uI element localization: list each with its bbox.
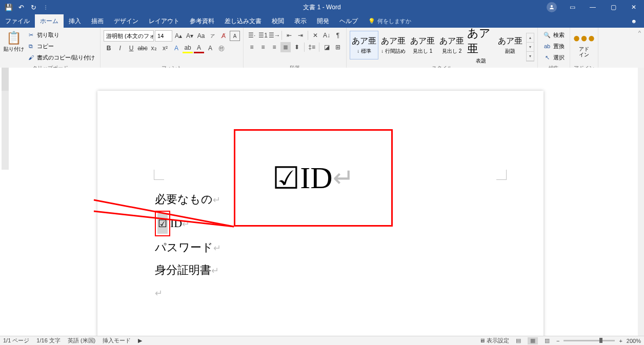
style-normal[interactable]: あア亜↓ 標準: [350, 31, 378, 59]
character-shading-icon[interactable]: A: [205, 43, 215, 53]
feedback-icon[interactable]: ☻: [623, 14, 644, 28]
qat-customize-icon[interactable]: ⁝: [40, 2, 51, 13]
text-effects-icon[interactable]: A: [171, 43, 182, 53]
document-canvas[interactable]: 必要なもの↵ ☑ID↵ パスワード↵ 身分証明書↵ ↵ ☑ID↵: [10, 68, 638, 82]
format-painter-button[interactable]: 🖌書式のコピー/貼り付け: [27, 52, 95, 63]
tab-insert[interactable]: 挿入: [64, 14, 86, 28]
svg-point-0: [551, 5, 553, 7]
vertical-scrollbar[interactable]: [638, 68, 644, 82]
tab-home[interactable]: ホーム: [35, 14, 64, 28]
clear-formatting-icon[interactable]: A̸: [218, 31, 229, 41]
style-heading1[interactable]: あア亜見出し 1: [408, 31, 437, 59]
tab-developer[interactable]: 開発: [312, 14, 334, 28]
font-name-input[interactable]: 游明朝 (本文のフォン: [104, 30, 154, 42]
select-button[interactable]: ↖選択: [543, 52, 565, 63]
clipboard-icon: 📋: [6, 31, 22, 45]
tab-design[interactable]: デザイン: [109, 14, 144, 28]
replace-button[interactable]: ab置換: [543, 41, 565, 51]
line-spacing-icon[interactable]: ‡≡: [307, 42, 317, 52]
bullets-icon[interactable]: ☰·: [247, 30, 257, 40]
show-marks-icon[interactable]: ¶: [333, 30, 343, 40]
font-color-icon[interactable]: A: [194, 43, 204, 53]
styles-gallery: あア亜↓ 標準 あア亜↓ 行間詰め あア亜見出し 1 あア亜見出し 2 あア亜表…: [350, 29, 534, 62]
increase-indent-icon[interactable]: ⇥: [295, 30, 306, 40]
cut-button[interactable]: ✂切り取り: [27, 30, 95, 40]
replace-icon: ab: [543, 43, 551, 49]
styles-more[interactable]: ▴▾▾: [526, 33, 534, 62]
tab-mailings[interactable]: 差し込み文書: [219, 14, 267, 28]
scissors-icon: ✂: [27, 32, 35, 38]
brush-icon: 🖌: [27, 54, 35, 60]
numbering-icon[interactable]: ☰1: [258, 30, 268, 40]
tell-me[interactable]: 💡 何をしますか: [363, 14, 416, 28]
distribute-icon[interactable]: ⬍: [292, 42, 302, 52]
style-subtitle[interactable]: あア亜副題: [496, 31, 525, 59]
group-addin: ●●● アド イン アドイン: [570, 28, 598, 72]
redo-icon[interactable]: ↻: [28, 2, 39, 13]
copy-button[interactable]: ⧉コピー: [27, 41, 95, 51]
font-size-input[interactable]: 14: [155, 30, 172, 42]
undo-icon[interactable]: ↶: [15, 2, 27, 13]
collapse-ribbon-icon[interactable]: ^: [635, 28, 644, 72]
ribbon-display-icon[interactable]: ▭: [562, 0, 582, 14]
phonetic-guide-icon[interactable]: ア: [207, 31, 217, 41]
paste-label: 貼り付け: [4, 46, 24, 52]
tab-review[interactable]: 校閲: [267, 14, 289, 28]
tab-help[interactable]: ヘルプ: [334, 14, 363, 28]
format-painter-label: 書式のコピー/貼り付け: [37, 54, 95, 62]
addin-icon: ●●●: [573, 31, 595, 45]
save-icon[interactable]: 💾: [3, 2, 14, 13]
window-controls: ▭ — ▢ ✕: [541, 0, 644, 14]
style-heading2[interactable]: あア亜見出し 2: [437, 31, 466, 59]
highlight-icon[interactable]: ab: [183, 43, 193, 53]
subscript-button[interactable]: x₂: [149, 43, 159, 53]
sort-icon[interactable]: A↓: [321, 30, 332, 40]
group-font: 游明朝 (本文のフォン 14 A▴ A▾ Aa ア A̸ A B I U abc…: [100, 28, 244, 72]
style-title[interactable]: あア亜表題: [467, 31, 495, 59]
tab-view[interactable]: 表示: [289, 14, 312, 28]
close-icon[interactable]: ✕: [623, 0, 644, 14]
superscript-button[interactable]: x²: [160, 43, 170, 53]
enclose-text-icon[interactable]: ㊕: [216, 43, 227, 53]
decrease-indent-icon[interactable]: ⇤: [284, 30, 294, 40]
style-nospacing[interactable]: あア亜↓ 行間詰め: [379, 31, 408, 59]
group-editing: 🔍検索 ab置換 ↖選択 編集: [538, 28, 570, 72]
shrink-font-icon[interactable]: A▾: [185, 31, 195, 41]
bold-button[interactable]: B: [104, 43, 114, 53]
text-direction-icon[interactable]: ✕: [310, 30, 320, 40]
justify-icon[interactable]: ≣: [280, 42, 291, 52]
multilevel-list-icon[interactable]: ☰→: [269, 30, 279, 40]
maximize-icon[interactable]: ▢: [603, 0, 623, 14]
addin-button[interactable]: ●●● アド イン: [573, 29, 595, 57]
quick-access-toolbar: 💾 ↶ ↻ ⁝: [0, 2, 54, 13]
copy-label: コピー: [37, 43, 54, 50]
tab-file[interactable]: ファイル: [0, 14, 35, 28]
find-button[interactable]: 🔍検索: [543, 30, 565, 40]
ribbon-tabs: ファイル ホーム 挿入 描画 デザイン レイアウト 参考資料 差し込み文書 校閲…: [0, 14, 644, 28]
align-center-icon[interactable]: ≡: [258, 42, 268, 52]
cursor-icon: ↖: [543, 54, 551, 61]
enclose-characters-icon[interactable]: A: [230, 31, 240, 41]
grow-font-icon[interactable]: A▴: [173, 31, 184, 41]
lightbulb-icon: 💡: [368, 18, 375, 25]
shading-icon[interactable]: ◪: [321, 42, 332, 52]
tell-me-label: 何をしますか: [377, 17, 411, 25]
account-avatar-icon[interactable]: [547, 2, 557, 12]
minimize-icon[interactable]: —: [582, 0, 603, 14]
tab-references[interactable]: 参考資料: [185, 14, 219, 28]
ribbon: 📋 貼り付け ✂切り取り ⧉コピー 🖌書式のコピー/貼り付け クリップボード↘ …: [0, 28, 644, 73]
strikethrough-button[interactable]: abc: [137, 43, 148, 53]
underline-button[interactable]: U: [126, 43, 136, 53]
align-left-icon[interactable]: ≡: [247, 42, 257, 52]
change-case-icon[interactable]: Aa: [196, 31, 206, 41]
copy-icon: ⧉: [27, 43, 35, 50]
align-right-icon[interactable]: ≡: [269, 42, 279, 52]
tab-draw[interactable]: 描画: [86, 14, 109, 28]
annotation-leader-line: [10, 68, 638, 82]
addin-label: アド イン: [579, 46, 589, 57]
borders-icon[interactable]: ⊞: [333, 42, 343, 52]
italic-button[interactable]: I: [115, 43, 125, 53]
cut-label: 切り取り: [37, 31, 59, 39]
tab-layout[interactable]: レイアウト: [144, 14, 185, 28]
paste-button[interactable]: 📋 貼り付け: [3, 29, 25, 52]
